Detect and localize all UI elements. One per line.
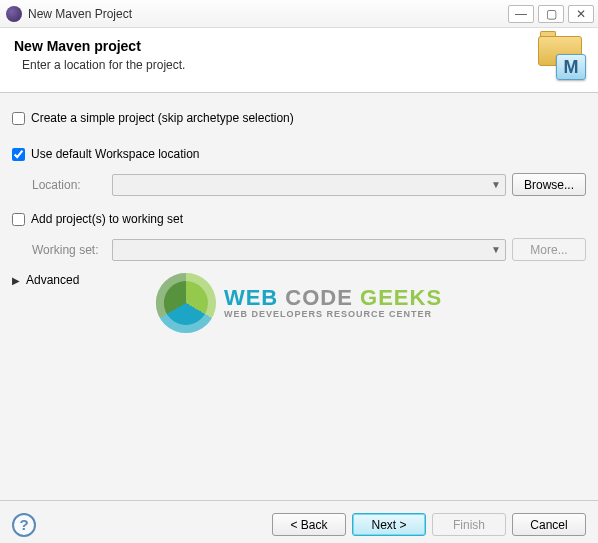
location-row: Location: ▼ Browse... [12, 173, 586, 196]
chevron-down-icon: ▼ [491, 244, 501, 255]
watermark-word-3: GEEKS [360, 285, 442, 310]
finish-button[interactable]: Finish [432, 513, 506, 536]
chevron-down-icon: ▼ [491, 179, 501, 190]
location-combo[interactable]: ▼ [112, 174, 506, 196]
default-workspace-checkbox[interactable] [12, 148, 25, 161]
page-title: New Maven project [14, 38, 526, 54]
titlebar: New Maven Project — ▢ ✕ [0, 0, 598, 28]
location-label: Location: [32, 178, 112, 192]
maven-folder-icon: M [536, 36, 584, 78]
simple-project-checkbox[interactable] [12, 112, 25, 125]
working-set-field-label: Working set: [32, 243, 112, 257]
close-button[interactable]: ✕ [568, 5, 594, 23]
minimize-button[interactable]: — [508, 5, 534, 23]
advanced-expander[interactable]: ▶ Advanced [12, 273, 586, 287]
chevron-right-icon: ▶ [12, 275, 20, 286]
wizard-content: Create a simple project (skip archetype … [0, 93, 598, 500]
wizard-header: New Maven project Enter a location for t… [0, 28, 598, 93]
working-set-field-row: Working set: ▼ More... [12, 238, 586, 261]
working-set-label: Add project(s) to working set [31, 212, 183, 226]
watermark-tagline: WEB DEVELOPERS RESOURCE CENTER [224, 309, 442, 319]
browse-button[interactable]: Browse... [512, 173, 586, 196]
cancel-button[interactable]: Cancel [512, 513, 586, 536]
working-set-combo[interactable]: ▼ [112, 239, 506, 261]
next-button[interactable]: Next > [352, 513, 426, 536]
more-button[interactable]: More... [512, 238, 586, 261]
simple-project-row[interactable]: Create a simple project (skip archetype … [12, 107, 586, 129]
simple-project-label: Create a simple project (skip archetype … [31, 111, 294, 125]
wizard-footer: ? < Back Next > Finish Cancel [0, 500, 598, 543]
back-button[interactable]: < Back [272, 513, 346, 536]
eclipse-icon [6, 6, 22, 22]
window-title: New Maven Project [28, 7, 504, 21]
watermark-word-2: CODE [285, 285, 353, 310]
working-set-checkbox[interactable] [12, 213, 25, 226]
watermark-word-1: WEB [224, 285, 278, 310]
advanced-label: Advanced [26, 273, 79, 287]
default-workspace-label: Use default Workspace location [31, 147, 200, 161]
help-icon[interactable]: ? [12, 513, 36, 537]
default-workspace-row[interactable]: Use default Workspace location [12, 143, 586, 165]
working-set-row[interactable]: Add project(s) to working set [12, 208, 586, 230]
page-subtitle: Enter a location for the project. [22, 58, 526, 72]
maximize-button[interactable]: ▢ [538, 5, 564, 23]
